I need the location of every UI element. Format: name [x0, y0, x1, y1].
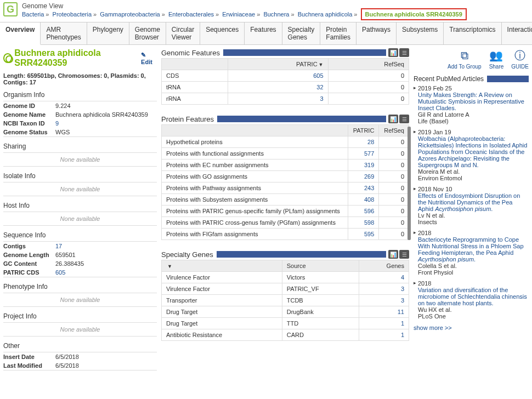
table-header[interactable]: Genes [359, 260, 409, 272]
chart-icon[interactable]: 📊 [388, 115, 398, 123]
tab-amr-phenotypes[interactable]: AMR Phenotypes [41, 22, 87, 44]
table-header[interactable]: RefSeq [379, 125, 409, 136]
add-to-group-button[interactable]: ⧉ Add To Group [448, 48, 482, 70]
table-cell[interactable]: 596 [348, 206, 379, 217]
info-row: Last Modified6/5/2018 [3, 361, 157, 370]
breadcrumb-link[interactable]: Bacteria [22, 11, 44, 18]
breadcrumb-link[interactable]: Enterobacterales [168, 11, 214, 18]
table-cell[interactable]: 319 [348, 159, 379, 171]
tab-specialty-genes[interactable]: Specialty Genes [282, 22, 321, 44]
table-cell: Virulence Factor [162, 283, 282, 295]
table-row: Proteins with PATRIC cross-genus family … [162, 217, 409, 229]
table-cell[interactable]: 1 [359, 318, 409, 329]
pencil-icon: ✎ [141, 52, 146, 58]
chart-icon[interactable]: 📊 [388, 48, 398, 57]
guide-button[interactable]: ⓘ GUIDE [511, 48, 529, 70]
info-value: WGS [55, 129, 157, 135]
tab-protein-families[interactable]: Protein Families [320, 22, 356, 44]
tab-subsystems[interactable]: Subsystems [397, 22, 444, 44]
tab-circular-viewer[interactable]: Circular Viewer [166, 22, 200, 44]
tab-transcriptomics[interactable]: Transcriptomics [444, 22, 501, 44]
table-icon[interactable]: ☰ [399, 115, 409, 123]
group-icon: ⧉ [457, 48, 472, 62]
table-cell: Transporter [162, 295, 282, 306]
table-cell: 0 [379, 148, 409, 159]
table-icon[interactable]: ☰ [399, 250, 409, 259]
section-project-info: Project Info [3, 310, 157, 323]
breadcrumb-link[interactable]: Erwiniaceae [222, 11, 255, 18]
table-cell[interactable]: 598 [348, 217, 379, 229]
breadcrumb-link[interactable]: Buchnera [263, 11, 289, 18]
info-row: PATRIC CDS605 [3, 268, 157, 277]
tab-sequences[interactable]: Sequences [200, 22, 245, 44]
info-value[interactable]: 605 [55, 269, 157, 276]
table-cell[interactable]: 1 [359, 329, 409, 341]
length-summary: Length: 659501bp, Chromosomes: 0, Plasmi… [3, 72, 157, 86]
table-cell[interactable]: 269 [348, 171, 379, 183]
info-row: NCBI Taxon ID9 [3, 119, 157, 128]
table-header[interactable] [162, 125, 348, 136]
table-cell[interactable]: 577 [348, 148, 379, 159]
tab-interactions[interactable]: Interactions [502, 22, 532, 44]
table-cell[interactable]: 3 [228, 93, 328, 105]
table-cell[interactable]: 4 [359, 272, 409, 283]
article-title-link[interactable]: Effects of Endosymbiont Disruption on th… [418, 192, 520, 212]
table-header[interactable]: RefSeq [328, 59, 409, 70]
show-more-link[interactable]: show more >> [414, 324, 452, 331]
table-cell[interactable]: 605 [228, 70, 328, 82]
breadcrumb-link[interactable]: Gammaproteobacteria [100, 11, 160, 18]
table-cell: 0 [328, 70, 409, 82]
article-title-link[interactable]: Variation and diversification of the mic… [418, 287, 527, 306]
tab-genome-browser[interactable]: Genome Browser [129, 22, 166, 44]
article-title-link[interactable]: Unity Makes Strength: A Review on Mutual… [418, 92, 524, 111]
table-cell[interactable]: 11 [359, 306, 409, 318]
section-isolate-info: Isolate Info [3, 170, 157, 183]
table-cell: 0 [379, 206, 409, 217]
table-icon[interactable]: ☰ [399, 48, 409, 57]
table-cell[interactable]: 3 [359, 295, 409, 306]
table-cell: 0 [379, 171, 409, 183]
table-cell[interactable]: 28 [348, 136, 379, 148]
info-label: Last Modified [3, 362, 55, 369]
table-row: Proteins with GO assignments2690 [162, 171, 409, 183]
info-row: Genome StatusWGS [3, 128, 157, 136]
chart-icon[interactable]: 📊 [388, 250, 398, 259]
info-value[interactable]: 9 [55, 120, 157, 127]
table-cell[interactable]: 243 [348, 183, 379, 194]
table-cell: Drug Target [162, 306, 282, 318]
article-title-link[interactable]: Wolbachia (Alphaproteobacteria: Ricketts… [418, 135, 527, 168]
article-title-link[interactable]: Bacteriocyte Reprogramming to Cope With … [418, 236, 524, 263]
table-header[interactable]: PATRIC [348, 125, 379, 136]
table-cell[interactable]: 3 [359, 283, 409, 295]
table-cell[interactable]: 32 [228, 82, 328, 93]
breadcrumb: Bacteria» Proteobacteria» Gammaproteobac… [22, 11, 529, 18]
tab-pathways[interactable]: Pathways [356, 22, 397, 44]
breadcrumb-link[interactable]: Proteobacteria [53, 11, 92, 18]
table-header[interactable]: Source [282, 260, 359, 272]
edit-link[interactable]: ✎ Edit [141, 52, 157, 65]
info-value[interactable]: 17 [55, 243, 157, 249]
table-row: tRNA320 [162, 82, 409, 93]
share-button[interactable]: 👥 Share [489, 48, 504, 70]
scrollbar[interactable] [408, 127, 411, 240]
info-value: 6/5/2018 [55, 362, 157, 369]
table-cell[interactable]: 595 [348, 229, 379, 240]
info-label: Genome Length [3, 252, 55, 258]
breadcrumb-link[interactable]: Buchnera aphidicola [298, 11, 353, 18]
tab-phylogeny[interactable]: Phylogeny [87, 22, 129, 44]
tab-overview[interactable]: Overview [0, 22, 41, 45]
table-cell: Victors [282, 272, 359, 283]
info-icon: ⓘ [513, 48, 527, 62]
article-authors: Gil R and Latorre A [418, 111, 529, 118]
table-cell[interactable]: 408 [348, 194, 379, 206]
article-journal: Insects [418, 219, 529, 225]
table-row: Antibiotic ResistanceCARD1 [162, 329, 409, 341]
info-row: Genome NameBuchnera aphidicola SRR424035… [3, 110, 157, 119]
table-header[interactable] [162, 59, 228, 70]
sort-desc-icon: ▼ [167, 264, 172, 269]
table-header[interactable]: ▼ [162, 260, 282, 272]
table-cell: 0 [379, 159, 409, 171]
tab-features[interactable]: Features [245, 22, 282, 44]
specialty-genes-table: ▼ Source Genes Virulence FactorVictors4V… [161, 260, 409, 341]
table-header[interactable]: PATRIC▼ [228, 59, 328, 70]
